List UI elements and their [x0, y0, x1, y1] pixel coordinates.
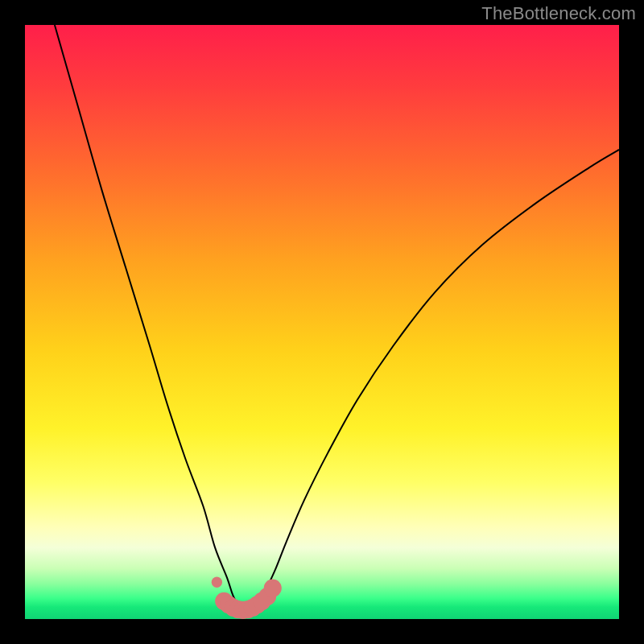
- chart-frame: TheBottleneck.com: [0, 0, 644, 644]
- curve-path: [55, 25, 619, 613]
- plot-area: [25, 25, 619, 619]
- optimal-dot: [212, 577, 222, 588]
- optimal-dot: [264, 580, 282, 597]
- bottleneck-curve: [55, 25, 619, 613]
- optimal-range-dots: [212, 577, 282, 619]
- watermark-text: TheBottleneck.com: [481, 3, 636, 24]
- curve-layer: [25, 25, 619, 619]
